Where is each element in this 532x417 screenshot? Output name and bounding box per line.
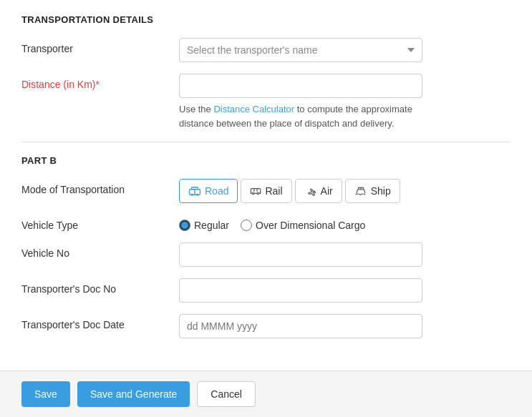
mode-of-transport-label: Mode of Transportation xyxy=(21,179,179,195)
distance-label: Distance (in Km)* xyxy=(21,74,179,90)
distance-input[interactable] xyxy=(179,74,422,98)
transporter-control-wrap: Select the transporter's name xyxy=(179,38,511,62)
radio-over-dim-input[interactable] xyxy=(241,220,252,231)
mode-of-transport-row: Mode of Transportation xyxy=(21,179,511,203)
transport-btn-rail-label: Rail xyxy=(265,185,282,197)
distance-row: Distance (in Km)* Use the Distance Calcu… xyxy=(21,74,511,130)
radio-over-dim-label: Over Dimensional Cargo xyxy=(256,220,365,231)
section2-title: PART B xyxy=(21,155,511,166)
transporter-doc-date-label: Transporter's Doc Date xyxy=(21,314,179,330)
transporter-doc-date-row: Transporter's Doc Date xyxy=(21,314,511,338)
svg-point-4 xyxy=(253,192,255,195)
air-icon xyxy=(304,185,317,197)
transport-mode-group: Road Rail xyxy=(179,179,511,203)
transport-btn-rail[interactable]: Rail xyxy=(241,179,291,203)
radio-regular-label: Regular xyxy=(194,220,229,231)
transport-btn-ship[interactable]: Ship xyxy=(345,179,400,203)
transporter-doc-no-input[interactable] xyxy=(179,278,422,303)
save-button[interactable]: Save xyxy=(21,381,70,407)
transporter-label: Transporter xyxy=(21,38,179,54)
transporter-doc-no-label: Transporter's Doc No xyxy=(21,278,179,295)
transporter-row: Transporter Select the transporter's nam… xyxy=(21,38,511,62)
vehicle-no-control-wrap xyxy=(179,242,511,267)
transport-btn-air[interactable]: Air xyxy=(295,179,342,203)
transport-btn-road[interactable]: Road xyxy=(179,179,238,203)
road-icon xyxy=(188,186,201,196)
rail-icon xyxy=(250,185,261,197)
distance-calculator-link[interactable]: Distance Calculator xyxy=(213,104,294,114)
cancel-button[interactable]: Cancel xyxy=(197,381,256,407)
radio-over-dim[interactable]: Over Dimensional Cargo xyxy=(241,220,365,231)
transporter-doc-date-control-wrap xyxy=(179,314,511,338)
vehicle-no-input[interactable] xyxy=(179,242,422,267)
vehicle-type-row: Vehicle Type Regular Over Dimensional Ca… xyxy=(21,215,511,231)
distance-control-wrap: Use the Distance Calculator to compute t… xyxy=(179,74,511,130)
radio-regular[interactable]: Regular xyxy=(179,220,229,231)
save-generate-button[interactable]: Save and Generate xyxy=(77,381,190,407)
footer-bar: Save Save and Generate Cancel xyxy=(0,371,532,417)
vehicle-no-label: Vehicle No xyxy=(21,242,179,259)
transport-btn-air-label: Air xyxy=(321,185,333,197)
svg-point-1 xyxy=(191,194,193,196)
svg-point-5 xyxy=(257,192,259,195)
section1-title: TRANSPORTATION DETAILS xyxy=(21,14,511,25)
ship-icon xyxy=(354,185,367,197)
vehicle-type-label: Vehicle Type xyxy=(21,215,179,231)
vehicle-no-row: Vehicle No xyxy=(21,242,511,267)
transporter-doc-no-row: Transporter's Doc No xyxy=(21,278,511,303)
section-divider xyxy=(21,142,511,142)
distance-hint-prefix: Use the xyxy=(179,104,213,114)
transporter-select[interactable]: Select the transporter's name xyxy=(179,38,422,62)
distance-hint: Use the Distance Calculator to compute t… xyxy=(179,102,422,130)
transport-btn-ship-label: Ship xyxy=(371,185,391,197)
svg-point-2 xyxy=(196,194,198,196)
transporter-doc-date-input[interactable] xyxy=(179,314,422,338)
transporter-doc-no-control-wrap xyxy=(179,278,511,303)
vehicle-type-control-wrap: Regular Over Dimensional Cargo xyxy=(179,215,511,231)
transport-btn-road-label: Road xyxy=(205,185,228,197)
radio-regular-input[interactable] xyxy=(179,220,190,231)
